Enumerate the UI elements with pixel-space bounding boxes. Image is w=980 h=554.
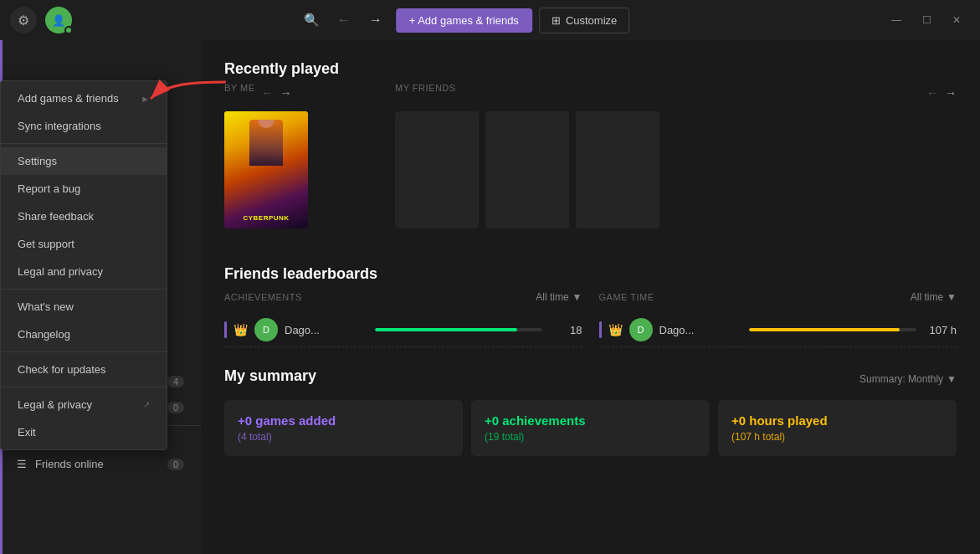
by-me-games: CYBERPUNK <box>224 111 375 228</box>
dropdown-exit[interactable]: Exit <box>1 418 167 446</box>
achievements-label: ACHIEVEMENTS <box>224 292 302 302</box>
dropdown-changelog[interactable]: Changelog <box>1 321 167 348</box>
game-time-label: GAME TIME <box>599 292 654 302</box>
recently-played-title: Recently played <box>224 60 957 78</box>
main-content: Recently played BY ME ← → <box>201 40 980 554</box>
game-time-filter-label: All time <box>911 291 943 303</box>
friends-online-label: Friends online <box>35 458 104 470</box>
customize-icon: ⊞ <box>552 14 561 27</box>
game-time-value: 107 h <box>923 324 957 336</box>
titlebar-actions: + Add games & friends ⊞ Customize <box>396 8 630 33</box>
summary-hours-main: +0 hours played <box>731 413 943 428</box>
my-friends-section: MY FRIENDS ← → <box>395 83 957 252</box>
app-body: Add games & friends ► Sync integrations … <box>0 40 980 554</box>
dropdown-menu: Add games & friends ► Sync integrations … <box>0 80 167 450</box>
avatar-button[interactable]: 👤 <box>45 7 72 33</box>
achievements-rank-accent <box>224 321 227 338</box>
customize-label: Customize <box>566 14 617 27</box>
achievements-value: 18 <box>549 324 582 336</box>
summary-filter-chevron: ▼ <box>947 373 957 385</box>
game-time-rank-accent <box>599 321 602 338</box>
game-time-row: 👑 D Dago... 107 h <box>599 313 957 347</box>
summary-achievements-sub: (19 total) <box>485 431 696 443</box>
achievements-filter-label: All time <box>536 291 568 303</box>
summary-filter[interactable]: Summary: Monthly ▼ <box>859 373 957 385</box>
nav-forward-button[interactable]: → <box>364 8 387 32</box>
summary-games-sub: (4 total) <box>238 431 449 443</box>
dropdown-get-support[interactable]: Get support <box>1 230 167 258</box>
leaderboards-section: ACHIEVEMENTS All time ▼ 👑 D Dago... 18 <box>224 291 957 347</box>
dropdown-arrow-icon: ► <box>141 94 150 104</box>
add-friends-button[interactable]: + Add games & friends <box>396 8 532 33</box>
dropdown-check-updates-label: Check for updates <box>18 363 106 376</box>
installed-count: 0 <box>167 402 184 413</box>
close-button[interactable]: ✕ <box>943 8 970 32</box>
titlebar-right: — ☐ ✕ <box>883 8 970 32</box>
friends-online-count: 0 <box>167 459 184 470</box>
summary-card-achievements: +0 achievements (19 total) <box>471 400 710 456</box>
achievements-filter-chevron: ▼ <box>572 291 582 303</box>
game-time-bar <box>749 328 900 331</box>
game-time-filter[interactable]: All time ▼ <box>911 291 957 303</box>
dropdown-settings-label: Settings <box>18 155 57 167</box>
dropdown-sync[interactable]: Sync integrations <box>1 112 167 140</box>
maximize-button[interactable]: ☐ <box>913 8 940 32</box>
by-me-next[interactable]: → <box>280 86 292 100</box>
game-time-avatar: D <box>629 318 653 341</box>
achievements-filter[interactable]: All time ▼ <box>536 291 582 303</box>
dropdown-add-games[interactable]: Add games & friends ► <box>1 85 167 112</box>
leaderboards-title: Friends leaderboards <box>224 265 957 283</box>
summary-header: My summary Summary: Monthly ▼ <box>224 367 957 390</box>
achievements-leaderboard: ACHIEVEMENTS All time ▼ 👑 D Dago... 18 <box>224 291 582 347</box>
achievements-bar <box>375 328 517 331</box>
cyberpunk-text: CYBERPUNK <box>224 214 308 222</box>
dropdown-add-games-label: Add games & friends <box>18 92 119 105</box>
game-time-header: GAME TIME All time ▼ <box>599 291 957 303</box>
achievements-name: Dago... <box>285 324 368 336</box>
titlebar-left: ⚙ 👤 <box>10 7 72 33</box>
dropdown-whats-new[interactable]: What's new <box>1 293 167 321</box>
dropdown-whats-new-label: What's new <box>18 300 74 313</box>
sidebar-item-friends-online[interactable]: ☰ Friends online 0 <box>0 451 201 477</box>
dropdown-exit-label: Exit <box>18 426 36 439</box>
dropdown-share-feedback[interactable]: Share feedback <box>1 203 167 230</box>
game-time-name: Dago... <box>659 324 743 336</box>
friends-next[interactable]: → <box>945 86 957 100</box>
game-time-bar-container <box>749 328 916 331</box>
dropdown-divider-3 <box>1 351 167 352</box>
nav-back-button[interactable]: ← <box>332 8 356 32</box>
dropdown-check-updates[interactable]: Check for updates <box>1 356 167 383</box>
achievements-bar-container <box>375 328 542 331</box>
customize-button[interactable]: ⊞ Customize <box>539 8 629 33</box>
friends-prev[interactable]: ← <box>926 86 938 100</box>
friend-empty-card-2 <box>485 111 569 228</box>
dropdown-divider-1 <box>1 143 167 144</box>
summary-hours-sub: (107 h total) <box>731 431 943 443</box>
summary-filter-label: Summary: Monthly <box>859 373 943 385</box>
hamburger-icon: ☰ <box>17 458 27 470</box>
friend-empty-card-3 <box>576 111 659 228</box>
search-button[interactable]: 🔍 <box>300 8 324 32</box>
game-time-leaderboard: GAME TIME All time ▼ 👑 D Dago... 107 h <box>599 291 957 347</box>
dropdown-legal-privacy-label: Legal and privacy <box>18 265 103 278</box>
dropdown-legal-privacy[interactable]: Legal and privacy <box>1 258 167 285</box>
owned-games-count: 4 <box>167 376 184 387</box>
dropdown-legal-privacy2-label: Legal & privacy <box>18 398 92 411</box>
gear-button[interactable]: ⚙ <box>10 7 37 33</box>
dropdown-share-feedback-label: Share feedback <box>18 210 94 223</box>
dropdown-settings[interactable]: Settings <box>1 147 167 175</box>
summary-achievements-main: +0 achievements <box>485 413 696 428</box>
sidebar: Add games & friends ► Sync integrations … <box>0 40 201 554</box>
achievements-avatar: D <box>254 318 278 341</box>
dropdown-sync-label: Sync integrations <box>18 120 101 132</box>
avatar-icon: 👤 <box>52 14 65 27</box>
game-card-cyberpunk[interactable]: CYBERPUNK <box>224 111 308 228</box>
summary-card-games: +0 games added (4 total) <box>224 400 463 456</box>
dropdown-report-bug-label: Report a bug <box>18 182 80 195</box>
minimize-button[interactable]: — <box>883 8 910 32</box>
summary-card-hours: +0 hours played (107 h total) <box>718 400 957 456</box>
dropdown-legal-privacy2[interactable]: Legal & privacy ↗ <box>1 391 167 418</box>
by-me-prev[interactable]: ← <box>262 86 274 100</box>
dropdown-report-bug[interactable]: Report a bug <box>1 175 167 203</box>
by-me-header: BY ME ← → <box>224 83 375 103</box>
